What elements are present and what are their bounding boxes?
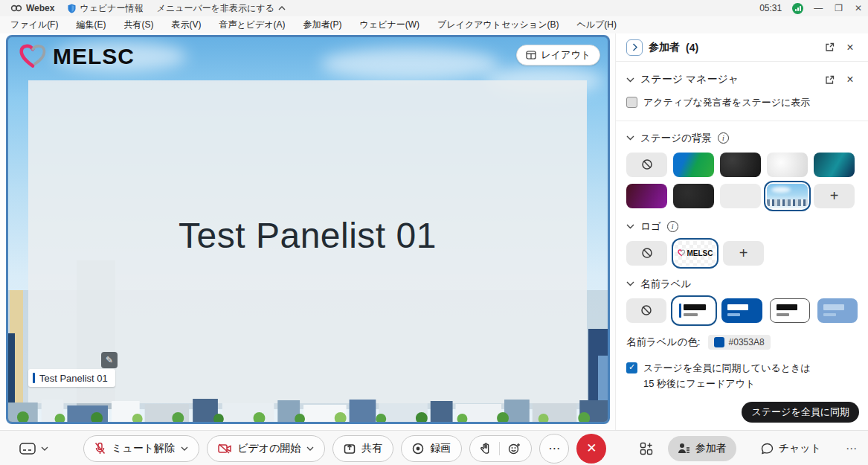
logo-swatch-none[interactable] (626, 241, 667, 266)
layout-button[interactable]: レイアウト (516, 45, 600, 65)
start-video-button[interactable]: ビデオの開始 (207, 435, 325, 462)
brand-wordmark: MELSC (53, 44, 135, 69)
menu-audio-video[interactable]: 音声とビデオ(A) (219, 19, 285, 31)
unmute-button[interactable]: ミュート解除 (83, 435, 199, 462)
popout-panel-button[interactable] (822, 40, 837, 55)
reactions-smiley-icon[interactable] (508, 443, 521, 455)
connection-quality-icon[interactable] (792, 3, 803, 14)
background-swatch-purple[interactable] (626, 184, 667, 208)
unmute-label: ミュート解除 (112, 442, 175, 455)
background-swatch-white[interactable] (767, 153, 808, 177)
webex-window: Webex ウェビナー情報 メニューバーを非表示にする 05:31 — ❐ ✕ … (0, 0, 868, 465)
background-swatch-teal[interactable] (814, 153, 855, 177)
name-label-header[interactable]: 名前ラベル (626, 278, 858, 291)
layout-button-label: レイアウト (541, 48, 591, 62)
name-label-style-blue-filled[interactable] (721, 298, 762, 323)
participants-tab[interactable]: 参加者 (668, 436, 736, 461)
background-swatch-none[interactable] (626, 153, 667, 177)
background-swatch-grid: + (626, 153, 858, 208)
sync-fade-label-line2: 15 秒後にフェードアウト (643, 377, 858, 391)
popout-icon (825, 75, 835, 85)
window-restore-button[interactable]: ❐ (835, 3, 843, 13)
background-swatch-light-gray[interactable] (720, 184, 761, 208)
sync-fade-label-line1: ステージを全員に同期しているときは (643, 362, 811, 376)
chevron-down-icon (306, 446, 314, 451)
captions-button[interactable] (19, 431, 48, 465)
chevron-down-icon (626, 224, 634, 229)
stage-background-header[interactable]: ステージの背景 i (626, 132, 858, 145)
background-swatch-dark-gray[interactable] (673, 184, 714, 208)
sync-fade-option[interactable]: ✓ ステージを全員に同期しているときは (626, 362, 858, 376)
more-options-button[interactable]: ⋯ (539, 434, 569, 464)
participants-tab-label: 参加者 (695, 442, 727, 455)
menu-file[interactable]: ファイル(F) (10, 19, 58, 31)
panel-header: 参加者 (4) × (616, 33, 868, 62)
name-label-title: 名前ラベル (640, 278, 691, 291)
webex-wordmark: Webex (26, 3, 54, 13)
apps-button[interactable] (640, 442, 653, 455)
hide-menubar-button[interactable]: メニューバーを非表示にする (157, 2, 286, 15)
stage-brand-logo: MELSC (19, 43, 135, 70)
more-panels-button[interactable]: ⋯ (846, 442, 858, 455)
record-icon (412, 443, 424, 455)
start-video-label: ビデオの開始 (237, 442, 300, 455)
stage-manager-header[interactable]: ステージ マネージャ × (626, 72, 858, 87)
sync-fade-checkbox[interactable]: ✓ (626, 362, 637, 373)
menu-participants[interactable]: 参加者(P) (303, 19, 342, 31)
record-button[interactable]: 録画 (401, 435, 462, 462)
record-label: 録画 (430, 442, 451, 455)
name-label-style-white-accent-selected[interactable] (674, 298, 714, 323)
collapse-panel-button[interactable] (626, 39, 643, 56)
menu-breakout[interactable]: ブレイクアウトセッション(B) (437, 19, 559, 31)
sync-stage-button[interactable]: ステージを全員に同期 (742, 402, 859, 423)
name-label-style-white-bordered[interactable] (770, 298, 810, 323)
background-swatch-black[interactable] (720, 153, 761, 177)
participant-name-label: Test Panelist 01 (28, 369, 115, 387)
add-logo-button[interactable]: + (723, 241, 764, 266)
logo-header[interactable]: ロゴ i (626, 220, 858, 234)
logo-swatch-melsc-selected[interactable]: MELSC (675, 241, 716, 266)
menu-edit[interactable]: 編集(E) (76, 19, 106, 31)
name-label-style-light-blue[interactable] (817, 298, 858, 323)
popout-stage-manager-button[interactable] (822, 72, 837, 87)
stage-manager-title: ステージ マネージャ (640, 73, 739, 86)
webex-infinity-icon (10, 4, 22, 12)
active-speaker-option[interactable]: アクティブな発言者をステージに表示 (626, 96, 858, 110)
chevron-down-icon (626, 281, 634, 286)
info-icon[interactable]: i (667, 221, 678, 232)
webinar-info-label: ウェビナー情報 (80, 2, 143, 15)
raise-hand-icon[interactable] (480, 443, 491, 455)
stage-background-title: ステージの背景 (640, 132, 712, 145)
menu-share[interactable]: 共有(S) (123, 19, 153, 31)
window-minimize-button[interactable]: — (814, 3, 823, 13)
shield-icon (68, 4, 76, 13)
name-label-color-picker[interactable]: #0353A8 (708, 335, 771, 350)
chat-tab[interactable]: チャット (751, 436, 831, 461)
close-x-icon: ✕ (586, 440, 597, 456)
name-label-color-label: 名前ラベルの色: (626, 336, 701, 349)
info-icon[interactable]: i (718, 132, 729, 144)
pencil-icon: ✎ (106, 355, 113, 365)
menu-help[interactable]: ヘルプ(H) (576, 19, 617, 31)
leave-meeting-button[interactable]: ✕ (576, 434, 606, 464)
background-swatch-city-selected[interactable] (767, 184, 808, 208)
window-close-button[interactable]: ✕ (855, 3, 862, 13)
active-speaker-label: アクティブな発言者をステージに表示 (643, 96, 810, 110)
edit-name-label-button[interactable]: ✎ (101, 352, 118, 368)
menu-view[interactable]: 表示(V) (171, 19, 201, 31)
background-swatch-green-blue[interactable] (673, 153, 714, 177)
close-stage-manager-button[interactable]: × (843, 72, 858, 87)
active-speaker-checkbox[interactable] (626, 97, 637, 108)
participants-panel: 参加者 (4) × ステージ マネージャ × アクティブな発言者をステージに表示… (615, 33, 868, 430)
share-button[interactable]: 共有 (332, 435, 393, 462)
add-background-button[interactable]: + (814, 184, 855, 208)
name-label-swatch-none[interactable] (626, 298, 666, 323)
titlebar: Webex ウェビナー情報 メニューバーを非表示にする 05:31 — ❐ ✕ (0, 0, 868, 16)
meeting-timer: 05:31 (759, 3, 782, 13)
logo-title: ロゴ (640, 220, 661, 234)
closed-captions-icon (19, 443, 36, 455)
webinar-info-button[interactable]: ウェビナー情報 (68, 2, 143, 15)
close-panel-button[interactable]: × (843, 40, 858, 55)
chevron-down-icon (41, 446, 48, 451)
menu-webinar[interactable]: ウェビナー(W) (360, 19, 419, 31)
